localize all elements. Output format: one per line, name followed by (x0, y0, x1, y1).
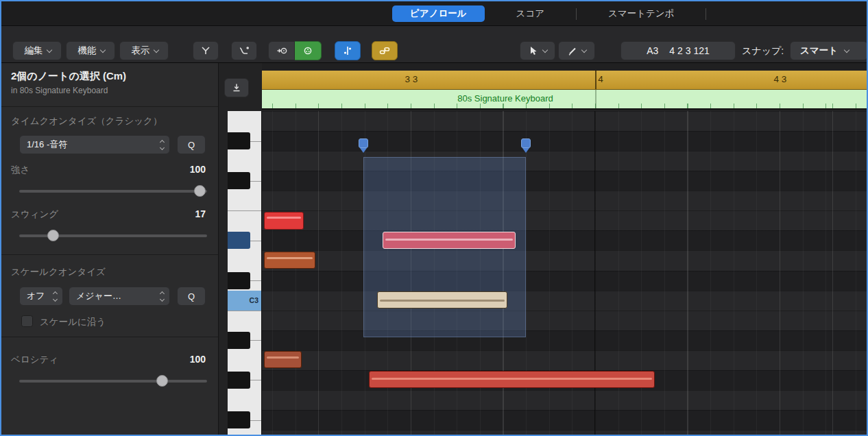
midi-draw-button[interactable] (231, 41, 257, 60)
piano-key-G#3[interactable] (228, 132, 250, 149)
bar-line (595, 71, 596, 89)
c3-key-label: C3 (250, 296, 258, 304)
swing-slider[interactable] (19, 230, 207, 242)
white-key-divider (228, 210, 261, 211)
pencil-tool-button[interactable] (558, 41, 595, 60)
selection-subtitle: in 80s Signature Keyboard (11, 86, 108, 95)
midi-draw-icon (239, 45, 250, 56)
pointer-tool-icon (528, 45, 539, 56)
velocity-value: 100 (190, 354, 206, 365)
ruler-label: 4 (598, 74, 603, 84)
ruler-band[interactable]: 3 344 3 (262, 71, 868, 90)
white-key-divider (250, 280, 261, 281)
chevron-down-icon (844, 47, 849, 52)
link-button[interactable] (372, 41, 398, 60)
velocity-slider-track[interactable] (19, 380, 207, 383)
scale-quantize-q-button[interactable]: Q (177, 287, 206, 306)
pencil-tool-icon (567, 45, 578, 56)
time-quantize-label: タイムクオンタイズ（クラシック） (11, 115, 162, 128)
ruler-label: 4 3 (774, 74, 787, 84)
tab-piano-roll[interactable]: ピアノロール (392, 5, 485, 22)
midi-note-Ds3[interactable] (383, 232, 516, 249)
time-quantize-value: 1/16 -音符 (27, 138, 156, 151)
strength-slider-track[interactable] (19, 190, 207, 193)
piano-key-D#3-pressed[interactable] (228, 232, 250, 249)
note-highlight-stripe (385, 239, 513, 241)
midi-note-Gs2[interactable] (369, 371, 655, 388)
view-menu-button[interactable]: 表示 (119, 41, 169, 60)
midi-note-C3[interactable] (377, 291, 507, 308)
view-menu-label: 表示 (130, 45, 150, 57)
divider (1, 106, 218, 107)
strength-value: 100 (190, 164, 206, 175)
time-quantize-dropdown[interactable]: 1/16 -音符 (19, 135, 170, 154)
follow-scale-checkbox[interactable] (21, 315, 33, 327)
selection-pin-left[interactable] (359, 138, 368, 148)
region-ticks (262, 104, 868, 108)
note-canvas[interactable] (262, 111, 868, 435)
chevron-down-icon (46, 47, 51, 52)
editor-toolbar: 編集 機能 表示 (1, 26, 867, 63)
midi-in-button[interactable] (335, 41, 361, 60)
white-key-divider (250, 380, 261, 380)
tab-separator (576, 8, 577, 20)
region-header[interactable]: 80s Signature Keyboard (262, 90, 868, 110)
scale-root-dropdown[interactable]: オフ (19, 287, 63, 306)
velocity-slider-thumb[interactable] (156, 375, 168, 387)
tab-separator (706, 8, 706, 20)
link-icon (379, 45, 390, 56)
time-quantize-q-button[interactable]: Q (177, 135, 206, 154)
midi-io-group (268, 41, 322, 60)
keyboard[interactable]: C3 (228, 111, 262, 435)
functions-menu-button[interactable]: 機能 (66, 41, 115, 60)
catch-button[interactable] (193, 41, 219, 60)
note-highlight-stripe (372, 378, 652, 380)
swing-label: スウィング (11, 208, 58, 221)
edit-menu-label: 編集 (23, 45, 43, 57)
functions-menu-label: 機能 (77, 45, 97, 57)
bar-ruler[interactable]: 3 344 3 (262, 63, 868, 90)
midi-note-D3[interactable] (264, 252, 315, 269)
stepper-chevrons-icon (160, 292, 164, 301)
note-highlight-stripe (380, 300, 505, 302)
midi-note-E3[interactable] (264, 212, 304, 230)
piano-key-G#2[interactable] (228, 372, 250, 389)
velocity-slider[interactable] (19, 375, 207, 387)
position-value: 4 2 3 121 (669, 45, 709, 56)
strength-slider[interactable] (19, 185, 207, 197)
edit-menu-button[interactable]: 編集 (12, 41, 62, 60)
swing-slider-thumb[interactable] (47, 230, 59, 241)
piano-key-C3-highlighted[interactable]: C3 (228, 291, 261, 311)
tab-smart-tempo[interactable]: スマートテンポ (590, 5, 692, 22)
region-inspector-toggle-button[interactable] (224, 78, 249, 97)
scale-type-dropdown[interactable]: メジャー… (69, 287, 170, 306)
snap-value: スマート (800, 45, 838, 57)
chevron-down-icon (581, 47, 587, 52)
strength-slider-thumb[interactable] (194, 185, 206, 197)
scale-root-value: オフ (27, 290, 49, 302)
midi-note-A2[interactable] (264, 351, 302, 368)
chevron-down-icon (99, 47, 105, 52)
position-note: A3 (647, 45, 658, 56)
catch-icon (200, 45, 211, 56)
tab-score[interactable]: スコア (498, 5, 562, 22)
scale-quantize-label: スケールクオンタイズ (11, 266, 106, 278)
white-key-divider (250, 420, 261, 421)
download-icon (231, 82, 242, 93)
snap-dropdown[interactable]: スマート (790, 41, 868, 60)
pointer-tool-button[interactable] (520, 41, 555, 60)
midi-out-button[interactable] (295, 41, 322, 60)
strength-label: 強さ (11, 164, 29, 176)
note-highlight-stripe (267, 356, 299, 359)
piano-key-A#2[interactable] (228, 332, 250, 349)
position-display: A3 4 2 3 121 (620, 41, 736, 60)
piano-key-F#3[interactable] (228, 172, 250, 189)
step-input-icon (276, 45, 287, 56)
piano-key-F#2[interactable] (228, 411, 250, 428)
selection-pin-right[interactable] (521, 138, 531, 148)
note-highlight-stripe (267, 257, 313, 259)
step-input-button[interactable] (268, 41, 295, 60)
stepper-chevrons-icon (160, 141, 164, 149)
divider (1, 254, 218, 255)
piano-key-C#3[interactable] (228, 272, 250, 289)
